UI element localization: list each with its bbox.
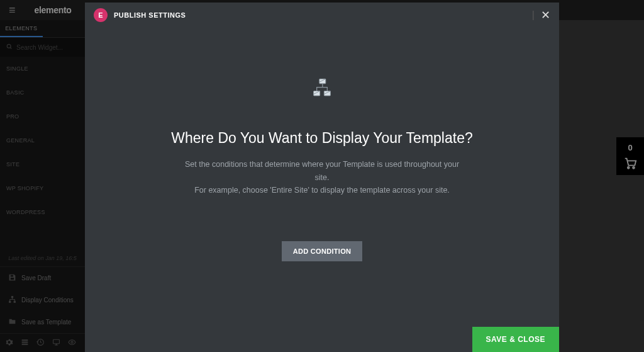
modal-desc-line1: Set the conditions that determine where …	[177, 158, 467, 184]
modal-description: Set the conditions that determine where …	[177, 158, 467, 197]
add-condition-button[interactable]: ADD CONDITION	[282, 241, 363, 261]
conditions-illustration-icon	[309, 77, 335, 105]
close-icon[interactable]: ✕	[541, 9, 550, 21]
save-and-close-button[interactable]: SAVE & CLOSE	[472, 327, 559, 352]
modal-desc-line2: For example, choose 'Entire Site' to dis…	[177, 184, 467, 197]
modal-footer: SAVE & CLOSE	[85, 327, 559, 352]
modal-body: Where Do You Want to Display Your Templa…	[85, 28, 559, 327]
divider: |	[532, 9, 535, 21]
modal-heading: Where Do You Want to Display Your Templa…	[171, 130, 472, 147]
modal-header: E PUBLISH SETTINGS | ✕	[85, 3, 559, 28]
publish-settings-modal: E PUBLISH SETTINGS | ✕ Where Do You Want…	[85, 3, 559, 352]
modal-title: PUBLISH SETTINGS	[114, 11, 186, 19]
elementor-logo-icon: E	[94, 8, 108, 22]
